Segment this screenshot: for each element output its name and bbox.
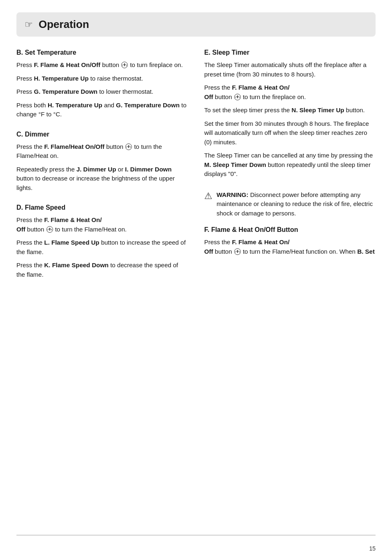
section-f-para-1: Press the F. Flame & Heat On/Off button … xyxy=(204,238,376,256)
e2-bold: F. Flame & Heat On/Off xyxy=(204,84,290,100)
warning-text: WARNING: Disconnect power before attempt… xyxy=(217,190,376,218)
warning-triangle-icon: ⚠ xyxy=(204,191,212,201)
b2-bold: H. Temperature Up xyxy=(34,75,89,82)
section-d-para-1: Press the F. Flame & Heat On/Off button … xyxy=(16,215,188,234)
power-icon-e2 xyxy=(234,94,241,100)
section-b-para-3: Press G. Temperature Down to lower therm… xyxy=(16,87,188,97)
section-b-para-4: Press both H. Temperature Up and G. Temp… xyxy=(16,101,188,119)
f1-bold: F. Flame & Heat On/Off xyxy=(204,238,290,255)
b4-bold-2: G. Temperature Down xyxy=(116,102,180,109)
left-column: B. Set Temperature Press F. Flame & Heat… xyxy=(16,49,188,291)
section-b-para-2: Press H. Temperature Up to raise thermos… xyxy=(16,74,188,83)
section-e-para-2: Press the F. Flame & Heat On/Off button … xyxy=(204,83,376,102)
section-f: F. Flame & Heat On/Off Button Press the … xyxy=(204,226,376,256)
power-icon-d1 xyxy=(46,226,53,233)
header-bar: ☞ Operation xyxy=(16,12,376,37)
section-d: D. Flame Speed Press the F. Flame & Heat… xyxy=(16,204,188,279)
d1-bold: F. Flame & Heat On/Off xyxy=(16,216,102,233)
footer-divider xyxy=(16,535,376,535)
section-d-heading: D. Flame Speed xyxy=(16,204,188,211)
section-e-heading: E. Sleep Timer xyxy=(204,49,376,56)
warning-box: ⚠ WARNING: Disconnect power before attem… xyxy=(204,190,376,218)
b4-bold-1: H. Temperature Up xyxy=(48,102,102,109)
section-c-heading: C. Dimmer xyxy=(16,131,188,138)
d3-bold: K. Flame Speed Down xyxy=(44,261,109,268)
section-b-para-1: Press F. Flame & Heat On/Off button to t… xyxy=(16,60,188,70)
b3-bold: G. Temperature Down xyxy=(34,88,98,95)
section-d-para-2: Press the L. Flame Speed Up button to in… xyxy=(16,238,188,257)
page-title: Operation xyxy=(39,18,89,31)
page: ☞ Operation B. Set Temperature Press F. … xyxy=(0,0,392,560)
power-icon-f1 xyxy=(234,248,241,255)
c2-bold-1: J. Dimmer Up xyxy=(76,166,116,173)
b1-bold: F. Flame & Heat On/Off xyxy=(34,61,101,68)
power-icon-c1 xyxy=(125,143,132,150)
section-e-para-4: Set the timer from 30 minutes through 8 … xyxy=(204,119,376,147)
power-icon-b1 xyxy=(121,62,128,68)
section-c: C. Dimmer Press the F. Flame/Heat On/Off… xyxy=(16,131,188,193)
section-c-para-2: Repeatedly press the J. Dimmer Up or I. … xyxy=(16,165,188,193)
c2-bold-2: I. Dimmer Down xyxy=(125,166,171,173)
e5-bold: M. Sleep Timer Down xyxy=(204,161,266,168)
f1-bold-2: B. Set xyxy=(357,248,375,255)
section-c-para-1: Press the F. Flame/Heat On/Off button to… xyxy=(16,142,188,161)
section-b: B. Set Temperature Press F. Flame & Heat… xyxy=(16,49,188,119)
e3-bold: N. Sleep Timer Up xyxy=(292,106,344,113)
section-e-para-5: The Sleep Timer can be cancelled at any … xyxy=(204,151,376,179)
content-columns: B. Set Temperature Press F. Flame & Heat… xyxy=(16,49,376,291)
section-e-para-3: To set the sleep timer press the N. Slee… xyxy=(204,106,376,115)
d2-bold: L. Flame Speed Up xyxy=(44,239,99,246)
section-d-para-3: Press the K. Flame Speed Down to decreas… xyxy=(16,261,188,279)
warning-label: WARNING: xyxy=(217,191,249,198)
page-number: 15 xyxy=(369,545,376,552)
section-e-para-1: The Sleep Timer automatically shuts off … xyxy=(204,60,376,79)
section-f-heading: F. Flame & Heat On/Off Button xyxy=(204,226,376,234)
section-e: E. Sleep Timer The Sleep Timer automatic… xyxy=(204,49,376,179)
right-column: E. Sleep Timer The Sleep Timer automatic… xyxy=(204,49,376,291)
finger-point-icon: ☞ xyxy=(25,19,33,30)
section-b-heading: B. Set Temperature xyxy=(16,49,188,56)
c1-bold: F. Flame/Heat On/Off xyxy=(44,143,105,150)
